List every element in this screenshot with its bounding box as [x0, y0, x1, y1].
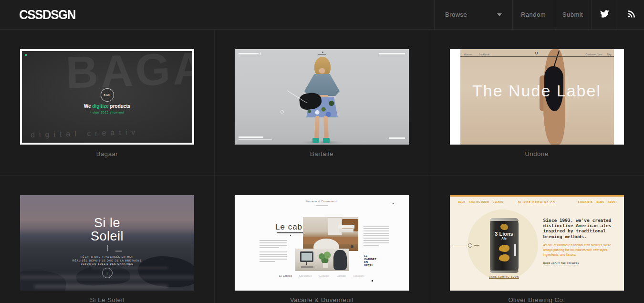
caption-bagaar[interactable]: Bagaar	[0, 150, 214, 157]
vacarie-paragraph-right-placeholder	[364, 226, 389, 247]
twitter-icon	[600, 10, 609, 19]
bartaile-nav-right-placeholder	[379, 53, 405, 54]
header-nav: Browse Random Submit	[434, 0, 644, 29]
site-logo[interactable]: CSSDSGN	[19, 7, 75, 22]
vacarie-brand-subtitle-placeholder	[316, 205, 328, 206]
bartaile-pagination-placeholder	[389, 137, 405, 139]
card-undone: Woman Lookbook U Customer Care Bag The N…	[429, 30, 644, 176]
soleil-wave-foam	[34, 285, 168, 288]
thumbnail-undone[interactable]: Woman Lookbook U Customer Care Bag The N…	[450, 49, 624, 145]
vacarie-menu-dot	[393, 203, 394, 204]
header: CSSDSGN Browse Random Submit	[0, 0, 644, 30]
oliver-decorative-circle	[468, 243, 472, 248]
caption-bartaile[interactable]: Bartaile	[215, 150, 429, 157]
vacarie-footer-dot	[372, 280, 373, 282]
bartaile-subcaption-placeholder	[239, 139, 272, 140]
soleil-headline: Si le Soleil	[20, 216, 194, 243]
bartaile-model-leg	[323, 116, 329, 139]
vacarie-heading-dot	[290, 235, 291, 236]
soleil-subtext: RÉCIT D'UNE TRAVERSÉE EN MER RÉALISÉE DE…	[20, 255, 194, 266]
rss-button[interactable]	[618, 0, 644, 29]
bagaar-headline: We digitize products	[22, 104, 192, 109]
bartaile-nav-divider	[260, 52, 261, 55]
caption-vacarie[interactable]: Vacarie & Duverneuil	[215, 296, 429, 303]
soleil-divider-line	[107, 245, 108, 251]
bagaar-screenshot: BAGAAR BGR We digitize products › view 2…	[22, 51, 192, 143]
soleil-ship	[115, 251, 122, 252]
oliver-beer-can: 3 Lions Ale	[490, 218, 519, 273]
bagaar-logo-badge: BGR	[101, 88, 114, 102]
caption-si-le-soleil[interactable]: Si Le Soleil	[0, 296, 214, 303]
oliver-decorative-label-placeholder	[474, 245, 479, 246]
thumbnail-si-le-soleil[interactable]: Si le Soleil RÉCIT D'UNE TRAVERSÉE EN ME…	[20, 195, 194, 291]
oliver-nav-right: STOCKISTSNEWSABOUT	[578, 201, 621, 203]
vacarie-nav-item: Contact	[337, 274, 346, 277]
random-label: Random	[521, 11, 546, 18]
vacarie-photo-workstation	[295, 249, 349, 271]
bagaar-footer-word: digital creativ	[31, 128, 140, 139]
card-bartaile: Bartaile	[215, 30, 429, 176]
vacarie-nav-item: L'équipe	[319, 274, 329, 277]
thumbnail-bagaar[interactable]: BAGAAR BGR We digitize products › view 2…	[20, 49, 194, 145]
bartaile-logo-mark	[322, 52, 323, 53]
card-oliver: BEERTASTING ROOMEVENTS OLIVER BREWING CO…	[429, 176, 644, 303]
undone-nav-woman: Woman	[464, 53, 472, 56]
arrow-down-icon: ↓	[106, 271, 108, 275]
card-bagaar: BAGAAR BGR We digitize products › view 2…	[0, 30, 215, 176]
vacarie-photo-desk	[303, 217, 358, 251]
thumbnail-bartaile[interactable]	[235, 49, 409, 145]
twitter-button[interactable]	[591, 0, 618, 29]
bagaar-headline-accent: digitize	[92, 104, 108, 109]
soleil-scroll-arrow: ↓	[102, 268, 113, 278]
chevron-down-icon	[497, 13, 502, 16]
random-link[interactable]: Random	[512, 0, 554, 29]
bartaile-caption-placeholder	[239, 136, 263, 138]
vacarie-detail-link: — LE CABINET EN DÉTAIL	[360, 254, 376, 267]
bagaar-background-word: BAGAAR	[65, 51, 192, 99]
caption-oliver[interactable]: Oliver Brewing Co.	[429, 296, 644, 303]
undone-nav-bag: Bag	[607, 53, 612, 56]
browse-label: Browse	[445, 11, 467, 18]
bartaile-model-face	[319, 68, 325, 73]
vacarie-nav-item: Le Cabinet	[279, 274, 292, 277]
oliver-lion-emblem	[499, 245, 509, 252]
vacarie-paragraph-left-placeholder	[260, 240, 287, 263]
oliver-cans-coming-soon-link: CANS COMING SOON	[478, 276, 530, 278]
rss-icon	[627, 10, 635, 20]
thumbnail-vacarie[interactable]: Vacarie & Duverneuil Le cabinet	[235, 195, 409, 291]
undone-divider-line	[460, 56, 614, 57]
caption-undone[interactable]: Undone	[429, 150, 644, 157]
bartaile-floor-shadow	[301, 140, 344, 145]
oliver-can-crest	[500, 224, 508, 230]
submit-label: Submit	[562, 11, 583, 18]
bagaar-showreel-link: › view 2015 showreel	[22, 111, 192, 114]
undone-logo: U	[535, 52, 538, 55]
bartaile-model-leg	[314, 116, 320, 139]
vacarie-nav-item: Actualités	[353, 274, 364, 277]
vacarie-brand: Vacarie & Duverneuil	[235, 200, 409, 203]
submit-link[interactable]: Submit	[554, 0, 591, 29]
oliver-lion-emblem	[499, 254, 509, 261]
oliver-can-label: 3 Lions Ale	[490, 231, 519, 241]
undone-nav-lookbook: Lookbook	[479, 53, 490, 56]
vacarie-footer-nav: Le Cabinet Spécialités L'équipe Contact …	[235, 274, 409, 277]
browse-menu[interactable]: Browse	[434, 0, 512, 29]
vacarie-nav-item: Spécialités	[299, 274, 312, 277]
card-vacarie: Vacarie & Duverneuil Le cabinet	[215, 176, 429, 303]
oliver-headline: Since 1993, we've created distinctive Am…	[543, 218, 619, 239]
oliver-decorative-line	[453, 246, 469, 246]
bartaile-model-hair	[314, 57, 331, 77]
bartaile-logo-text-placeholder	[318, 54, 326, 55]
bartaile-model-shoe	[312, 138, 319, 143]
bartaile-model-shoe	[323, 138, 330, 143]
card-si-le-soleil: Si le Soleil RÉCIT D'UNE TRAVERSÉE EN ME…	[0, 176, 215, 303]
undone-headline: The Nude Label	[450, 82, 624, 100]
oliver-paragraph: As one of Baltimore's original craft bre…	[543, 243, 616, 257]
bagaar-menu-icon	[25, 54, 27, 56]
thumbnail-oliver[interactable]: BEERTASTING ROOMEVENTS OLIVER BREWING CO…	[450, 195, 624, 291]
undone-nav-customer-care: Customer Care	[586, 53, 602, 56]
soleil-wave-foam	[92, 267, 168, 269]
bartaile-nav-left-placeholder	[239, 53, 259, 54]
bartaile-annotation-circle	[280, 110, 284, 114]
thumbnail-grid: BAGAAR BGR We digitize products › view 2…	[0, 30, 644, 303]
